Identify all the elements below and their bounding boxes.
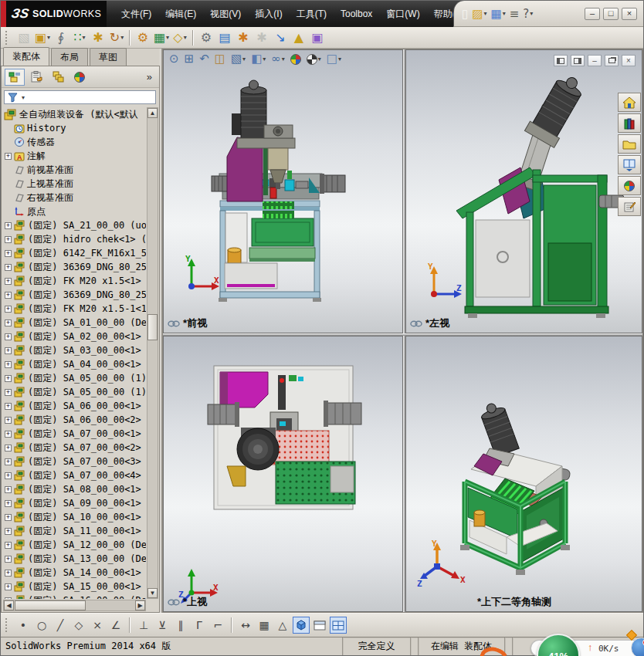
corner-rectangle-icon[interactable]: Γ bbox=[191, 617, 208, 634]
linear-component-pattern-icon[interactable]: ∷▾ bbox=[70, 29, 89, 47]
tree-item-sensors[interactable]: 传感器 bbox=[3, 135, 146, 149]
command-tab-2[interactable]: 草图 bbox=[90, 48, 127, 66]
expand-toggle-icon[interactable]: + bbox=[5, 403, 12, 410]
tree-item-sa-07-00-00-4[interactable]: +(固定) SA_07_00_00<4> ( bbox=[3, 468, 146, 482]
parallel-relation-icon[interactable]: ∥ bbox=[172, 617, 189, 634]
tree-item-history[interactable]: History bbox=[3, 121, 146, 135]
vertical-viewport-splitter[interactable] bbox=[403, 49, 405, 612]
take-snapshot-icon[interactable]: ▣ bbox=[308, 29, 327, 47]
scroll-down-icon[interactable]: ▼ bbox=[147, 588, 158, 598]
menu-item-5[interactable]: Toolbox bbox=[334, 5, 379, 22]
vertical-scroll-thumb[interactable] bbox=[147, 314, 158, 340]
tree-item-fk-m20-x1-5[interactable]: +(固定) FK M20 x1.5<1> ( bbox=[3, 274, 146, 288]
reference-geometry-icon[interactable]: ◇▾ bbox=[171, 29, 189, 47]
network-ball-icon[interactable] bbox=[631, 637, 644, 656]
tree-item-sa-04-00-00[interactable]: +(固定) SA_04_00_00<1> ( bbox=[3, 357, 146, 371]
toolbar-grip[interactable] bbox=[5, 31, 10, 45]
options-icon[interactable]: ≡ bbox=[508, 5, 521, 22]
tree-root-assembly[interactable]: 全自动组装设备 (默认<默认 bbox=[3, 107, 146, 121]
tree-item-fk-m20-x1-5-1[interactable]: +(固定) FK M20 x1.5-1<1> bbox=[3, 302, 146, 316]
tree-item-6142-fk-m16x1-5[interactable]: +(固定) 6142_FK_M16x1_5_ bbox=[3, 246, 146, 260]
tree-item-sa-07-00-00-2[interactable]: +(固定) SA_07_00_00<2> ( bbox=[3, 441, 146, 455]
monitor-ball[interactable]: 41% bbox=[537, 634, 580, 656]
hide-show-items-icon[interactable]: ∞▾ bbox=[269, 52, 287, 66]
expand-toggle-icon[interactable]: + bbox=[5, 278, 12, 285]
tree-item-top-plane[interactable]: 上视基准面 bbox=[3, 177, 146, 191]
expand-toggle-icon[interactable]: + bbox=[5, 389, 12, 396]
tree-item-sa-05-00-00-1[interactable]: +(固定) SA_05_00_00 (1)<1 bbox=[3, 371, 146, 385]
expand-toggle-icon[interactable]: + bbox=[5, 250, 12, 257]
expand-toggle-icon[interactable]: + bbox=[5, 361, 12, 368]
tree-item-sa-06-00-00-1[interactable]: +(固定) SA_06_00_00<1> ( bbox=[3, 399, 146, 413]
tree-item-origin[interactable]: 原点 bbox=[3, 205, 146, 218]
view-orientation-icon[interactable]: ▧▾ bbox=[229, 52, 248, 66]
dropdown-arrow-icon[interactable]: ▾ bbox=[83, 34, 86, 41]
tree-item-sa-12-00-00[interactable]: +(固定) SA_12_00_00 (Defa bbox=[3, 538, 146, 552]
save-icon[interactable]: ▦▾ bbox=[489, 5, 507, 22]
viewport-front[interactable]: Y X *前视 bbox=[163, 49, 403, 333]
expand-toggle-icon[interactable]: + bbox=[5, 292, 12, 299]
panel-expand-button[interactable]: » bbox=[143, 71, 156, 83]
tree-item-sa-11-00-00[interactable]: +(固定) SA_11_00_00<1> ( bbox=[3, 524, 146, 538]
expand-toggle-icon[interactable]: + bbox=[5, 528, 12, 535]
expand-toggle-icon[interactable]: + bbox=[5, 431, 12, 438]
expand-toggle-icon[interactable]: + bbox=[5, 472, 12, 479]
expand-toggle-icon[interactable]: + bbox=[5, 583, 12, 590]
tree-item-sa-15-00-00[interactable]: +(固定) SA_15_00_00<1> ( bbox=[3, 580, 146, 593]
pane-right-button[interactable] bbox=[571, 55, 585, 66]
tree-item-sa-08-00-00[interactable]: +(固定) SA_08_00_00<1> ( bbox=[3, 482, 146, 496]
file-explorer-tab[interactable] bbox=[618, 134, 641, 154]
expand-toggle-icon[interactable]: + bbox=[5, 458, 12, 465]
expand-toggle-icon[interactable]: + bbox=[5, 500, 12, 507]
document-close-button[interactable]: × bbox=[622, 55, 636, 66]
mate-icon[interactable]: ∮ bbox=[52, 29, 70, 47]
configurationmanager-tab[interactable] bbox=[48, 69, 68, 86]
sketch-circle-icon[interactable]: ○ bbox=[33, 617, 50, 634]
tree-item-sa-01-00-00[interactable]: +(固定) SA_01_00_00 (Defa bbox=[3, 316, 146, 330]
window-close-button[interactable]: × bbox=[622, 8, 637, 20]
tree-item-sa-10-00-00[interactable]: +(固定) SA_10_00_00<1> ( bbox=[3, 510, 146, 524]
menu-item-3[interactable]: 插入(I) bbox=[248, 5, 289, 24]
scroll-left-icon[interactable]: ◀ bbox=[4, 600, 14, 610]
menu-item-2[interactable]: 视图(V) bbox=[203, 5, 248, 24]
scroll-right-icon[interactable]: ▶ bbox=[135, 600, 145, 610]
tree-item-right-plane[interactable]: 右视基准面 bbox=[3, 191, 146, 205]
menu-item-6[interactable]: 窗口(W) bbox=[379, 5, 426, 24]
command-tab-0[interactable]: 装配体 bbox=[3, 47, 49, 66]
dropdown-arrow-icon[interactable]: ▾ bbox=[338, 56, 341, 63]
smart-fasteners-icon[interactable]: ✱ bbox=[89, 29, 107, 47]
horizontal-viewport-splitter[interactable] bbox=[163, 333, 642, 336]
appearances-scenes-tab[interactable] bbox=[618, 176, 641, 195]
zoom-to-fit-icon[interactable]: ⊙ bbox=[167, 52, 181, 66]
view-palette-tab[interactable] bbox=[618, 155, 641, 174]
expand-toggle-icon[interactable]: + bbox=[5, 542, 12, 549]
single-view-icon[interactable] bbox=[311, 617, 328, 634]
tree-item-sa-07-00-00-1[interactable]: +(固定) SA_07_00_00<1> ( bbox=[3, 427, 146, 441]
assembly-visualization-icon[interactable]: ▲ bbox=[290, 29, 308, 47]
edit-appearance-icon[interactable] bbox=[288, 52, 303, 66]
dropdown-arrow-icon[interactable]: ▾ bbox=[184, 34, 187, 41]
expand-toggle-icon[interactable]: + bbox=[5, 597, 12, 600]
dropdown-arrow-icon[interactable]: ▾ bbox=[242, 56, 246, 63]
explode-line-sketch-icon[interactable]: ✱ bbox=[253, 29, 271, 47]
sketch-chamfer-icon[interactable]: ∠ bbox=[107, 617, 124, 634]
expand-toggle-icon[interactable]: + bbox=[5, 445, 12, 451]
grid-snap-icon[interactable]: ▦ bbox=[256, 617, 273, 634]
tree-item-sa-07-00-00-3[interactable]: +(固定) SA_07_00_00<3> ( bbox=[3, 455, 146, 468]
display-relations-icon[interactable]: ⊻ bbox=[154, 617, 171, 634]
menu-item-1[interactable]: 编辑(E) bbox=[158, 5, 203, 24]
dropdown-arrow-icon[interactable]: ▾ bbox=[530, 10, 533, 17]
show-hidden-components-icon[interactable]: ▦▾ bbox=[152, 29, 171, 47]
expand-toggle-icon[interactable]: + bbox=[5, 347, 12, 354]
expand-toggle-icon[interactable]: + bbox=[5, 514, 12, 521]
solidworks-resources-tab[interactable] bbox=[618, 93, 641, 112]
menu-item-4[interactable]: 工具(T) bbox=[290, 5, 334, 24]
toolbar-grip[interactable] bbox=[5, 618, 10, 632]
design-library-tab[interactable] bbox=[618, 113, 641, 133]
expand-toggle-icon[interactable]: + bbox=[5, 236, 12, 243]
move-component-icon[interactable]: ↻▾ bbox=[107, 29, 126, 47]
document-restore-button[interactable] bbox=[605, 55, 619, 66]
exploded-view-icon[interactable]: ✱ bbox=[234, 29, 253, 47]
instant3d-icon[interactable]: ↘ bbox=[271, 29, 290, 47]
assembly-features-icon[interactable]: ⚙ bbox=[134, 29, 152, 47]
